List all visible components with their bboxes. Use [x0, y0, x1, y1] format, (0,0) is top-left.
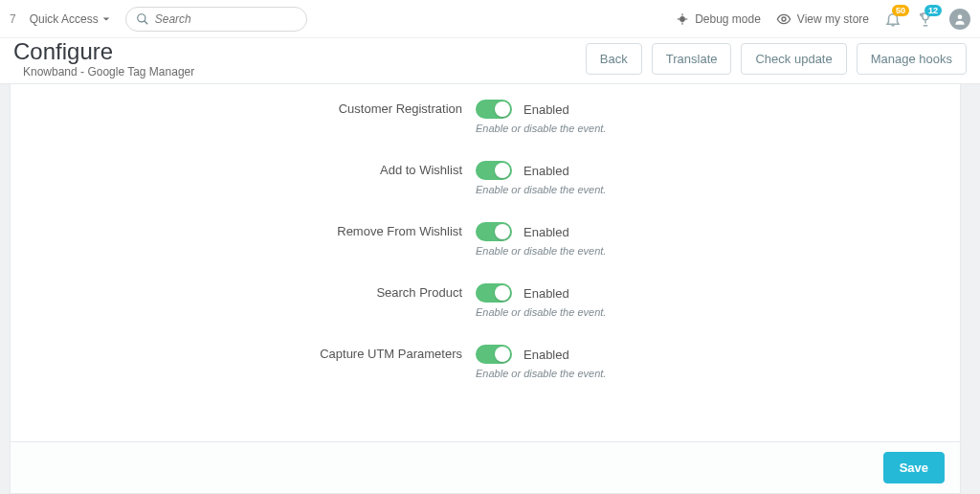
field-label: Search Product: [11, 283, 476, 300]
row-capture-utm: Capture UTM Parameters Enabled Enable or…: [11, 345, 960, 379]
svg-point-2: [679, 16, 685, 22]
debug-mode-toggle[interactable]: Debug mode: [676, 12, 761, 26]
help-text: Enable or disable the event.: [476, 245, 606, 257]
left-gutter: [0, 84, 10, 494]
page-header: Configure Knowband - Google Tag Manager …: [0, 38, 980, 84]
notifications-button[interactable]: 50: [884, 11, 902, 28]
field-label: Capture UTM Parameters: [11, 345, 476, 361]
form-area: Customer Registration Enabled Enable or …: [11, 84, 960, 379]
orders-badge: 12: [924, 5, 942, 16]
row-remove-from-wishlist: Remove From Wishlist Enabled Enable or d…: [11, 222, 960, 257]
save-button[interactable]: Save: [883, 452, 945, 483]
toggle-add-to-wishlist[interactable]: [476, 161, 512, 180]
topbar-right: Debug mode View my store 50 12: [676, 9, 970, 30]
svg-point-0: [137, 13, 145, 21]
toggle-state: Enabled: [523, 102, 569, 117]
topbar: 7 Quick Access Debug mode View my store …: [0, 0, 980, 38]
content-area: Customer Registration Enabled Enable or …: [10, 84, 980, 494]
toggle-state: Enabled: [523, 164, 569, 178]
debug-mode-label: Debug mode: [695, 12, 761, 26]
main: Customer Registration Enabled Enable or …: [0, 84, 980, 494]
help-text: Enable or disable the event.: [476, 123, 606, 134]
bug-icon: [676, 12, 689, 26]
orders-button[interactable]: 12: [917, 11, 934, 28]
row-customer-registration: Customer Registration Enabled Enable or …: [11, 100, 960, 134]
avatar[interactable]: [949, 9, 970, 30]
search-icon: [136, 12, 149, 26]
view-store-link[interactable]: View my store: [776, 11, 869, 27]
help-text: Enable or disable the event.: [476, 184, 606, 195]
back-button[interactable]: Back: [586, 43, 642, 75]
panel-footer: Save: [11, 441, 960, 493]
field-label: Remove From Wishlist: [11, 222, 476, 238]
svg-line-1: [144, 20, 147, 24]
caret-down-icon: [102, 15, 110, 23]
toggle-search-product[interactable]: [476, 283, 512, 303]
topbar-left-number: 7: [10, 12, 16, 26]
svg-point-7: [782, 17, 786, 21]
toggle-state: Enabled: [523, 348, 569, 362]
config-panel: Customer Registration Enabled Enable or …: [10, 84, 961, 494]
toggle-state: Enabled: [523, 225, 569, 239]
row-search-product: Search Product Enabled Enable or disable…: [11, 283, 960, 318]
search-box[interactable]: [125, 7, 307, 32]
search-input[interactable]: [155, 12, 300, 26]
toggle-customer-registration[interactable]: [476, 100, 512, 119]
toggle-remove-from-wishlist[interactable]: [476, 222, 512, 241]
page-subtitle: Knowband - Google Tag Manager: [23, 65, 194, 79]
action-buttons: Back Translate Check update Manage hooks: [586, 43, 967, 75]
user-icon: [953, 12, 967, 26]
field-label: Customer Registration: [11, 100, 476, 116]
svg-point-8: [958, 14, 963, 19]
translate-button[interactable]: Translate: [652, 43, 732, 75]
row-add-to-wishlist: Add to Wishlist Enabled Enable or disabl…: [11, 161, 960, 195]
field-label: Add to Wishlist: [11, 161, 476, 177]
view-store-label: View my store: [797, 12, 869, 26]
page-title: Configure: [13, 38, 113, 65]
toggle-state: Enabled: [523, 286, 569, 301]
quick-access-label: Quick Access: [30, 12, 99, 26]
eye-icon: [776, 11, 791, 27]
manage-hooks-button[interactable]: Manage hooks: [857, 43, 967, 75]
notifications-badge: 50: [892, 5, 909, 16]
toggle-capture-utm[interactable]: [476, 345, 512, 364]
quick-access-dropdown[interactable]: Quick Access: [30, 12, 110, 26]
help-text: Enable or disable the event.: [476, 368, 606, 379]
help-text: Enable or disable the event.: [476, 306, 606, 318]
check-update-button[interactable]: Check update: [741, 43, 846, 75]
